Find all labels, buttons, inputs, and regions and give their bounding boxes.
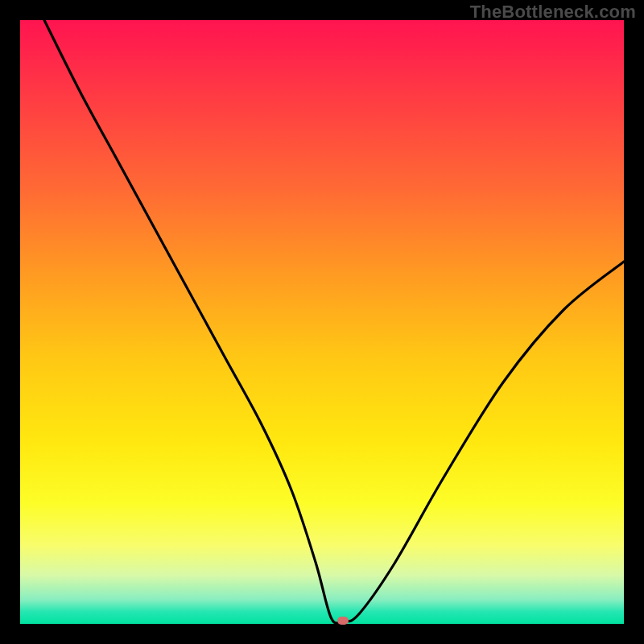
gradient-plot-area xyxy=(20,20,624,624)
optimal-point-marker xyxy=(337,617,349,625)
watermark-text: TheBottleneck.com xyxy=(470,2,636,23)
bottleneck-curve xyxy=(20,20,624,624)
chart-frame: TheBottleneck.com xyxy=(0,0,644,644)
